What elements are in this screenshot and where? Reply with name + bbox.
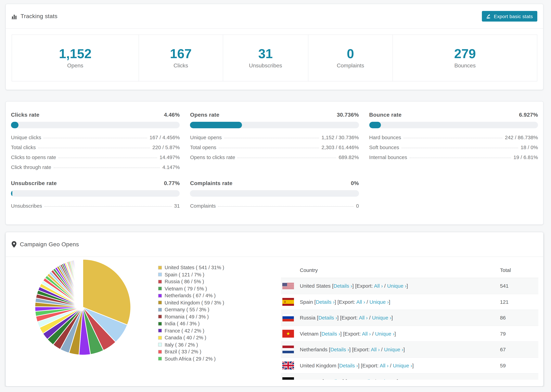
export-all-link-germany[interactable]: All ›	[364, 378, 373, 380]
legend-item-spain[interactable]: Spain ( 121 / 7% )	[158, 271, 224, 278]
total-column-header: Total	[500, 267, 511, 273]
legend-item-brazil[interactable]: Brazil ( 33 / 2% )	[158, 348, 224, 355]
legend-item-italy[interactable]: Italy ( 36 / 2% )	[158, 341, 224, 348]
rate-detail-row: Unique clicks167 / 4.456%	[11, 132, 180, 142]
rate-detail-row: Opens to clicks rate689.82%	[190, 152, 359, 162]
flag-cell	[282, 346, 294, 354]
export-unique-link-netherlands[interactable]: Unique ›	[384, 347, 403, 352]
legend-item-united-kingdom[interactable]: United Kingdom ( 59 / 3% )	[158, 299, 224, 306]
stat-label: Clicks	[174, 61, 188, 70]
legend-label: Italy ( 36 / 2% )	[165, 342, 198, 348]
legend-item-india[interactable]: India ( 46 / 3% )	[158, 320, 224, 327]
legend-item-united-states[interactable]: United States ( 541 / 31% )	[158, 264, 224, 271]
rate-detail-label: Soft bounces	[369, 142, 399, 152]
legend-label: France ( 42 / 2% )	[165, 328, 204, 334]
legend-swatch-icon	[158, 336, 162, 340]
legend-item-south-africa[interactable]: South Africa ( 29 / 2% )	[158, 355, 224, 362]
rate-value: 0%	[351, 180, 359, 186]
details-link-spain[interactable]: Details ›	[316, 299, 335, 305]
legend-swatch-icon	[158, 357, 162, 361]
rate-detail-value: 167 / 4.456%	[149, 132, 180, 142]
stat-value: 167	[170, 46, 192, 61]
flag-united-states-icon	[282, 283, 294, 289]
legend-label: Brazil ( 33 / 2% )	[165, 349, 201, 355]
stat-box-complaints: 0Complaints	[308, 35, 393, 81]
legend-item-germany[interactable]: Germany ( 55 / 3% )	[158, 306, 224, 313]
rate-detail-label: Internal bounces	[369, 152, 407, 162]
legend-item-russia[interactable]: Russia ( 86 / 5% )	[158, 278, 224, 285]
export-unique-link-spain[interactable]: Unique ›	[369, 299, 389, 305]
tracking-stats-card: Tracking stats Export basic stats 1,152O…	[6, 4, 544, 90]
bar-chart-icon	[12, 14, 17, 19]
export-all-link-spain[interactable]: All ›	[356, 299, 365, 305]
rate-detail-value: 4.147%	[162, 162, 180, 172]
details-link-united-kingdom[interactable]: Details ›	[339, 363, 358, 368]
details-link-united-states[interactable]: Details ›	[333, 283, 352, 289]
rate-value: 30.736%	[337, 112, 359, 118]
pie-slice-other-71[interactable]	[83, 259, 83, 307]
export-unique-link-vietnam[interactable]: Unique ›	[375, 331, 395, 336]
progress-bar	[190, 122, 359, 128]
rate-head: Clicks rate4.46%	[11, 112, 180, 118]
country-cell: Spain [Details ›] [Export: All › / Uniqu…	[300, 299, 390, 305]
rate-detail-label: Complaints	[190, 201, 216, 211]
geo-title: Campaign Geo Opens	[20, 241, 79, 248]
legend-item-canada[interactable]: Canada ( 40 / 2% )	[158, 334, 224, 341]
rate-detail-row: Unsubscribes31	[11, 201, 180, 211]
export-all-link-netherlands[interactable]: All ›	[371, 347, 380, 352]
country-name: United Kingdom [	[300, 363, 339, 368]
details-link-germany[interactable]: Details ›	[324, 378, 343, 380]
legend-label: Spain ( 121 / 7% )	[165, 272, 204, 277]
details-link-russia[interactable]: Details ›	[318, 315, 337, 321]
legend-swatch-icon	[158, 301, 162, 305]
export-unique-link-united-kingdom[interactable]: Unique ›	[393, 363, 412, 368]
stat-box-opens: 1,152Opens	[12, 35, 139, 81]
dotted-leader	[54, 168, 160, 168]
flag-germany-icon	[282, 378, 294, 380]
rate-detail-label: Opens to clicks rate	[190, 152, 235, 162]
export-basic-stats-button[interactable]: Export basic stats	[482, 11, 537, 21]
export-all-link-united-states[interactable]: All ›	[374, 283, 383, 289]
export-all-link-vietnam[interactable]: All ›	[362, 331, 371, 336]
export-all-link-russia[interactable]: All ›	[359, 315, 368, 321]
legend-swatch-icon	[158, 280, 162, 284]
flag-spain-icon	[282, 298, 294, 306]
export-unique-link-russia[interactable]: Unique ›	[372, 315, 391, 321]
legend-item-netherlands[interactable]: Netherlands ( 67 / 4% )	[158, 292, 224, 299]
export-unique-link-united-states[interactable]: Unique ›	[387, 283, 406, 289]
rate-title: Unsubscribe rate	[11, 180, 57, 186]
details-link-vietnam[interactable]: Details ›	[321, 331, 340, 336]
progress-bar-fill	[11, 122, 19, 128]
geo-pie-chart	[34, 259, 131, 356]
stat-value: 1,152	[59, 46, 92, 61]
country-name: Spain [	[300, 299, 316, 305]
rate-detail-row: Total opens2,303 / 61.446%	[190, 142, 359, 152]
flag-cell	[282, 283, 294, 289]
rate-title: Opens rate	[190, 112, 219, 118]
country-name: Russia [	[300, 315, 318, 321]
legend-item-vietnam[interactable]: Vietnam ( 79 / 5% )	[158, 285, 224, 292]
stat-box-bounces: 279Bounces	[393, 35, 537, 81]
country-cell: United States [Details ›] [Export: All ›…	[300, 283, 408, 289]
rate-head: Complaints rate0%	[190, 180, 359, 186]
campaign-geo-opens-card: Campaign Geo Opens United States ( 541 /…	[6, 232, 544, 386]
progress-bar	[11, 122, 180, 128]
legend-label: Vietnam ( 79 / 5% )	[165, 286, 207, 291]
rate-detail-row: Complaints0	[190, 201, 359, 211]
legend-swatch-icon	[158, 322, 162, 326]
legend-swatch-icon	[158, 266, 162, 270]
details-link-netherlands[interactable]: Details ›	[330, 347, 349, 352]
progress-bar	[11, 190, 180, 197]
stat-box-clicks: 167Clicks	[138, 35, 223, 81]
legend-item-france[interactable]: France ( 42 / 2% )	[158, 327, 224, 334]
legend-item-romania[interactable]: Romania ( 49 / 3% )	[158, 313, 224, 320]
page-title: Tracking stats	[21, 13, 57, 20]
country-cell: Germany [Details ›] [Export: All › / Uni…	[300, 378, 398, 380]
rate-detail-value: 220 / 5.87%	[152, 142, 180, 152]
tracking-stats-header: Tracking stats Export basic stats	[6, 4, 543, 29]
rate-detail-label: Clicks to opens rate	[11, 152, 56, 162]
rate-detail-label: Unique opens	[190, 132, 222, 142]
table-row-russia: Russia [Details ›] [Export: All › / Uniq…	[281, 310, 538, 326]
export-unique-link-germany[interactable]: Unique ›	[377, 378, 397, 380]
export-all-link-united-kingdom[interactable]: All ›	[380, 363, 389, 368]
